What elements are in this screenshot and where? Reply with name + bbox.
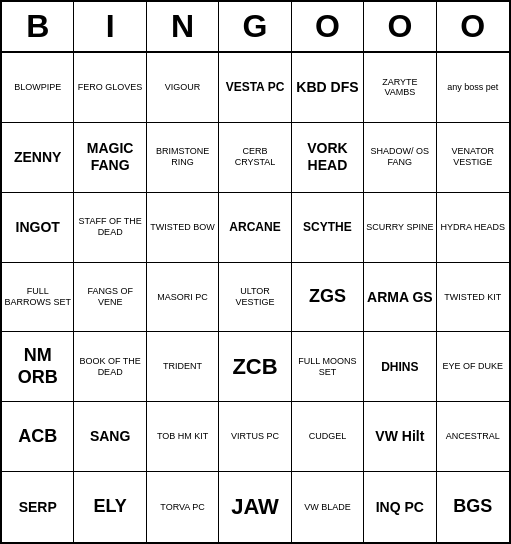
grid-cell: ARCANE — [219, 193, 291, 263]
grid-cell: MASORI PC — [147, 263, 219, 333]
grid-cell: ARMA GS — [364, 263, 436, 333]
grid-cell: NM ORB — [2, 332, 74, 402]
grid-cell: BLOWPIPE — [2, 53, 74, 123]
grid-cell: TOB HM KIT — [147, 402, 219, 472]
header-letter: O — [364, 2, 436, 53]
grid-cell: SANG — [74, 402, 146, 472]
grid-cell: SHADOW/ OS FANG — [364, 123, 436, 193]
grid-cell: FERO GLOVES — [74, 53, 146, 123]
grid-cell: JAW — [219, 472, 291, 542]
grid-cell: any boss pet — [437, 53, 509, 123]
bingo-grid: BLOWPIPEFERO GLOVESVIGOURVESTA PCKBD DFS… — [2, 53, 509, 542]
header-letter: I — [74, 2, 146, 53]
grid-cell: MAGIC FANG — [74, 123, 146, 193]
grid-cell: BOOK OF THE DEAD — [74, 332, 146, 402]
grid-cell: SCURRY SPINE — [364, 193, 436, 263]
grid-cell: TRIDENT — [147, 332, 219, 402]
header-letter: N — [147, 2, 219, 53]
grid-cell: TWISTED BOW — [147, 193, 219, 263]
grid-cell: ZARYTE VAMBS — [364, 53, 436, 123]
grid-cell: FANGS OF VENE — [74, 263, 146, 333]
grid-cell: INQ PC — [364, 472, 436, 542]
grid-cell: CUDGEL — [292, 402, 364, 472]
grid-cell: ACB — [2, 402, 74, 472]
grid-cell: ANCESTRAL — [437, 402, 509, 472]
grid-cell: FULL MOONS SET — [292, 332, 364, 402]
bingo-header: BINGOOO — [2, 2, 509, 53]
grid-cell: ULTOR VESTIGE — [219, 263, 291, 333]
grid-cell: FULL BARROWS SET — [2, 263, 74, 333]
header-letter: G — [219, 2, 291, 53]
grid-cell: VIGOUR — [147, 53, 219, 123]
grid-cell: VENATOR VESTIGE — [437, 123, 509, 193]
grid-cell: HYDRA HEADS — [437, 193, 509, 263]
header-letter: O — [437, 2, 509, 53]
grid-cell: INGOT — [2, 193, 74, 263]
grid-cell: TORVA PC — [147, 472, 219, 542]
grid-cell: ZENNY — [2, 123, 74, 193]
grid-cell: SERP — [2, 472, 74, 542]
grid-cell: CERB CRYSTAL — [219, 123, 291, 193]
grid-cell: EYE OF DUKE — [437, 332, 509, 402]
grid-cell: KBD DFS — [292, 53, 364, 123]
grid-cell: VORK HEAD — [292, 123, 364, 193]
grid-cell: VIRTUS PC — [219, 402, 291, 472]
grid-cell: STAFF OF THE DEAD — [74, 193, 146, 263]
header-letter: B — [2, 2, 74, 53]
grid-cell: ZCB — [219, 332, 291, 402]
grid-cell: TWISTED KIT — [437, 263, 509, 333]
grid-cell: VW BLADE — [292, 472, 364, 542]
bingo-card: BINGOOO BLOWPIPEFERO GLOVESVIGOURVESTA P… — [0, 0, 511, 544]
grid-cell: BGS — [437, 472, 509, 542]
header-letter: O — [292, 2, 364, 53]
grid-cell: SCYTHE — [292, 193, 364, 263]
grid-cell: DHINS — [364, 332, 436, 402]
grid-cell: VW Hilt — [364, 402, 436, 472]
grid-cell: ZGS — [292, 263, 364, 333]
grid-cell: BRIMSTONE RING — [147, 123, 219, 193]
grid-cell: ELY — [74, 472, 146, 542]
grid-cell: VESTA PC — [219, 53, 291, 123]
